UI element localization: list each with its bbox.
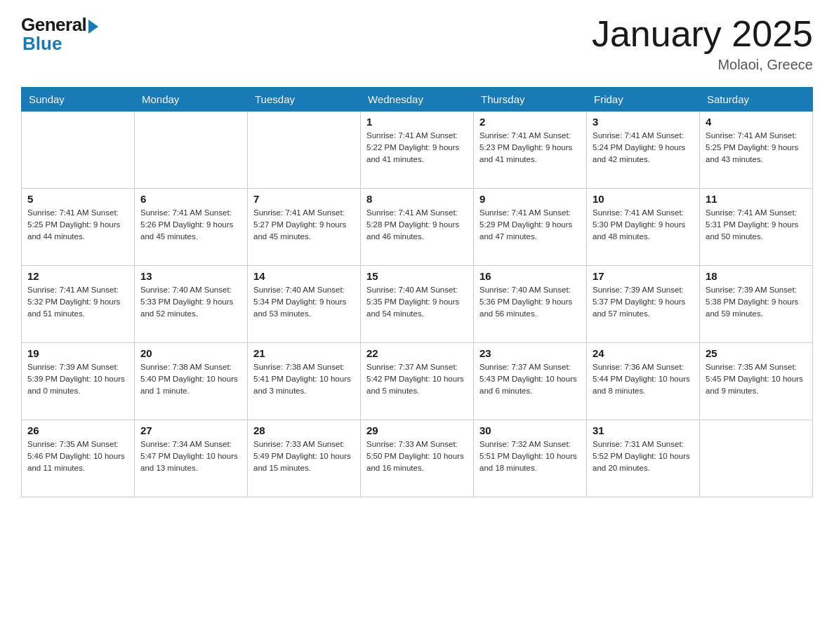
day-info: Sunrise: 7:37 AM Sunset: 5:42 PM Dayligh…: [366, 361, 468, 396]
day-number: 22: [366, 347, 468, 359]
day-info: Sunrise: 7:41 AM Sunset: 5:27 PM Dayligh…: [253, 207, 355, 242]
day-number: 28: [253, 424, 355, 436]
weekday-header-wednesday: Wednesday: [361, 88, 474, 112]
calendar-cell: 22Sunrise: 7:37 AM Sunset: 5:42 PM Dayli…: [361, 343, 474, 420]
day-number: 18: [706, 270, 807, 282]
weekday-header-tuesday: Tuesday: [248, 88, 361, 112]
weekday-header-sunday: Sunday: [22, 88, 135, 112]
day-info: Sunrise: 7:41 AM Sunset: 5:32 PM Dayligh…: [27, 284, 128, 319]
calendar-cell: 16Sunrise: 7:40 AM Sunset: 5:36 PM Dayli…: [474, 266, 587, 343]
day-info: Sunrise: 7:37 AM Sunset: 5:43 PM Dayligh…: [479, 361, 581, 396]
day-number: 20: [140, 347, 241, 359]
calendar-cell: 6Sunrise: 7:41 AM Sunset: 5:26 PM Daylig…: [135, 189, 248, 266]
calendar-cell: 31Sunrise: 7:31 AM Sunset: 5:52 PM Dayli…: [587, 420, 700, 497]
calendar-week-row: 5Sunrise: 7:41 AM Sunset: 5:25 PM Daylig…: [22, 189, 813, 266]
day-info: Sunrise: 7:39 AM Sunset: 5:38 PM Dayligh…: [706, 284, 807, 319]
calendar-week-row: 1Sunrise: 7:41 AM Sunset: 5:22 PM Daylig…: [22, 112, 813, 189]
day-number: 6: [140, 193, 241, 205]
calendar-cell: 25Sunrise: 7:35 AM Sunset: 5:45 PM Dayli…: [700, 343, 813, 420]
day-number: 9: [479, 193, 581, 205]
calendar-week-row: 12Sunrise: 7:41 AM Sunset: 5:32 PM Dayli…: [22, 266, 813, 343]
weekday-header-thursday: Thursday: [474, 88, 587, 112]
calendar-cell: 1Sunrise: 7:41 AM Sunset: 5:22 PM Daylig…: [361, 112, 474, 189]
day-info: Sunrise: 7:41 AM Sunset: 5:31 PM Dayligh…: [706, 207, 807, 242]
day-info: Sunrise: 7:41 AM Sunset: 5:29 PM Dayligh…: [479, 207, 581, 242]
day-number: 30: [479, 424, 581, 436]
calendar-cell: 27Sunrise: 7:34 AM Sunset: 5:47 PM Dayli…: [135, 420, 248, 497]
calendar-header-row: SundayMondayTuesdayWednesdayThursdayFrid…: [22, 88, 813, 112]
day-number: 17: [593, 270, 694, 282]
day-info: Sunrise: 7:40 AM Sunset: 5:36 PM Dayligh…: [479, 284, 581, 319]
weekday-header-monday: Monday: [135, 88, 248, 112]
day-info: Sunrise: 7:38 AM Sunset: 5:41 PM Dayligh…: [253, 361, 355, 396]
day-number: 16: [479, 270, 581, 282]
day-number: 5: [27, 193, 128, 205]
day-info: Sunrise: 7:41 AM Sunset: 5:25 PM Dayligh…: [27, 207, 128, 242]
calendar-cell: 11Sunrise: 7:41 AM Sunset: 5:31 PM Dayli…: [700, 189, 813, 266]
day-number: 19: [27, 347, 128, 359]
calendar-cell: 21Sunrise: 7:38 AM Sunset: 5:41 PM Dayli…: [248, 343, 361, 420]
day-number: 3: [593, 116, 694, 128]
calendar-table: SundayMondayTuesdayWednesdayThursdayFrid…: [21, 87, 813, 497]
day-info: Sunrise: 7:41 AM Sunset: 5:28 PM Dayligh…: [366, 207, 468, 242]
day-number: 14: [253, 270, 355, 282]
calendar-cell: 18Sunrise: 7:39 AM Sunset: 5:38 PM Dayli…: [700, 266, 813, 343]
day-info: Sunrise: 7:38 AM Sunset: 5:40 PM Dayligh…: [140, 361, 241, 396]
day-number: 27: [140, 424, 241, 436]
calendar-cell: [135, 112, 248, 189]
day-info: Sunrise: 7:35 AM Sunset: 5:45 PM Dayligh…: [706, 361, 807, 396]
day-number: 11: [706, 193, 807, 205]
day-info: Sunrise: 7:33 AM Sunset: 5:50 PM Dayligh…: [366, 438, 468, 474]
day-info: Sunrise: 7:35 AM Sunset: 5:46 PM Dayligh…: [27, 438, 128, 474]
day-info: Sunrise: 7:40 AM Sunset: 5:33 PM Dayligh…: [140, 284, 241, 319]
day-number: 26: [27, 424, 128, 436]
day-number: 29: [366, 424, 468, 436]
day-info: Sunrise: 7:31 AM Sunset: 5:52 PM Dayligh…: [593, 438, 694, 474]
calendar-cell: 15Sunrise: 7:40 AM Sunset: 5:35 PM Dayli…: [361, 266, 474, 343]
calendar-cell: 2Sunrise: 7:41 AM Sunset: 5:23 PM Daylig…: [474, 112, 587, 189]
calendar-cell: 3Sunrise: 7:41 AM Sunset: 5:24 PM Daylig…: [587, 112, 700, 189]
day-number: 1: [366, 116, 468, 128]
day-info: Sunrise: 7:40 AM Sunset: 5:34 PM Dayligh…: [253, 284, 355, 319]
calendar-cell: 7Sunrise: 7:41 AM Sunset: 5:27 PM Daylig…: [248, 189, 361, 266]
day-number: 25: [706, 347, 807, 359]
page-header: General Blue January 2025 Molaoi, Greece: [21, 14, 813, 73]
day-info: Sunrise: 7:34 AM Sunset: 5:47 PM Dayligh…: [140, 438, 241, 474]
calendar-cell: 23Sunrise: 7:37 AM Sunset: 5:43 PM Dayli…: [474, 343, 587, 420]
calendar-cell: 14Sunrise: 7:40 AM Sunset: 5:34 PM Dayli…: [248, 266, 361, 343]
day-number: 23: [479, 347, 581, 359]
calendar-cell: [700, 420, 813, 497]
calendar-cell: 13Sunrise: 7:40 AM Sunset: 5:33 PM Dayli…: [135, 266, 248, 343]
logo-arrow-icon: [88, 20, 98, 34]
weekday-header-saturday: Saturday: [700, 88, 813, 112]
day-number: 12: [27, 270, 128, 282]
day-info: Sunrise: 7:40 AM Sunset: 5:35 PM Dayligh…: [366, 284, 468, 319]
weekday-header-friday: Friday: [587, 88, 700, 112]
calendar-week-row: 26Sunrise: 7:35 AM Sunset: 5:46 PM Dayli…: [22, 420, 813, 497]
logo: General Blue: [21, 14, 98, 55]
day-info: Sunrise: 7:36 AM Sunset: 5:44 PM Dayligh…: [593, 361, 694, 396]
day-info: Sunrise: 7:39 AM Sunset: 5:39 PM Dayligh…: [27, 361, 128, 396]
calendar-cell: 26Sunrise: 7:35 AM Sunset: 5:46 PM Dayli…: [22, 420, 135, 497]
day-number: 8: [366, 193, 468, 205]
calendar-cell: [22, 112, 135, 189]
day-info: Sunrise: 7:41 AM Sunset: 5:26 PM Dayligh…: [140, 207, 241, 242]
calendar-cell: 19Sunrise: 7:39 AM Sunset: 5:39 PM Dayli…: [22, 343, 135, 420]
day-number: 2: [479, 116, 581, 128]
calendar-cell: 29Sunrise: 7:33 AM Sunset: 5:50 PM Dayli…: [361, 420, 474, 497]
calendar-cell: 30Sunrise: 7:32 AM Sunset: 5:51 PM Dayli…: [474, 420, 587, 497]
calendar-cell: 28Sunrise: 7:33 AM Sunset: 5:49 PM Dayli…: [248, 420, 361, 497]
calendar-week-row: 19Sunrise: 7:39 AM Sunset: 5:39 PM Dayli…: [22, 343, 813, 420]
day-number: 4: [706, 116, 807, 128]
day-number: 31: [593, 424, 694, 436]
day-number: 21: [253, 347, 355, 359]
day-number: 15: [366, 270, 468, 282]
calendar-cell: 10Sunrise: 7:41 AM Sunset: 5:30 PM Dayli…: [587, 189, 700, 266]
day-number: 13: [140, 270, 241, 282]
calendar-cell: [248, 112, 361, 189]
day-info: Sunrise: 7:41 AM Sunset: 5:24 PM Dayligh…: [593, 130, 694, 165]
day-number: 7: [253, 193, 355, 205]
calendar-cell: 5Sunrise: 7:41 AM Sunset: 5:25 PM Daylig…: [22, 189, 135, 266]
month-title: January 2025: [592, 14, 813, 54]
calendar-cell: 20Sunrise: 7:38 AM Sunset: 5:40 PM Dayli…: [135, 343, 248, 420]
